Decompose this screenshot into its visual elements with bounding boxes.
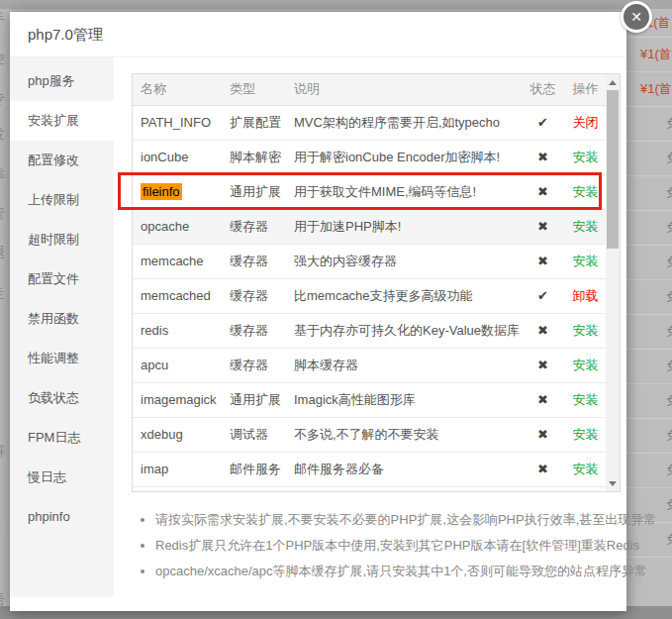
backdrop-row: ¥1(首 [626,38,672,72]
desc-cell: 不多说,不了解的不要安装 [286,417,521,452]
action-link[interactable]: 卸载 [573,288,599,303]
partial-glyph: 免 [626,358,672,375]
scroll-up-button[interactable] [606,75,620,89]
extension-name: imagemagick [141,392,217,407]
table-scrollbar[interactable] [606,74,620,491]
table-row: ionCube脚本解密用于解密ionCube Encoder加密脚本!✖安装 [133,140,606,174]
sidebar-item-11[interactable]: phpinfo [10,497,114,537]
backdrop-row: 免 [626,142,672,176]
type-cell: 缓存器 [222,209,286,244]
action-link[interactable]: 安装 [573,323,599,338]
backdrop-row: 免 [626,246,672,280]
column-header-0: 名称 [133,74,222,105]
desc-cell: 脚本缓存器 [286,348,521,382]
backdrop-row: 免 [626,454,672,488]
extension-name: memcached [141,288,211,303]
action-link[interactable]: 安装 [573,254,599,268]
table-row: PATH_INFO扩展配置MVC架构的程序需要开启,如typecho✔关闭 [133,105,606,140]
name-cell: PATH_INFO [133,105,222,140]
table-row: memcached缓存器比memcache支持更多高级功能✔卸载 [133,278,606,313]
sidebar-item-8[interactable]: 负载状态 [10,378,114,418]
extension-name: redis [141,323,168,338]
sidebar-item-6[interactable]: 禁用函数 [10,299,114,339]
desc-cell: 比memcache支持更多高级功能 [286,278,521,313]
sidebar-item-1[interactable]: 安装扩展 [10,101,114,141]
action-link[interactable]: 安装 [573,219,599,234]
name-cell: opcache [133,209,222,244]
cross-icon: ✖ [537,392,548,407]
name-cell: ionCube [133,140,222,174]
partial-glyph: 发 [0,126,9,144]
partial-glyph: 管 [0,205,9,223]
type-cell: 通用扩展 [222,382,286,417]
cross-icon: ✖ [537,254,548,268]
extension-name: memcache [141,254,204,268]
backdrop-row: 免 [626,280,672,315]
note-item: Redis扩展只允许在1个PHP版本中使用,安装到其它PHP版本请在[软件管理]… [155,533,618,559]
status-cell: ✖ [521,382,565,417]
partial-glyph: 免 [626,115,672,133]
sidebar-item-5[interactable]: 配置文件 [10,259,114,299]
action-link[interactable]: 安装 [573,392,599,407]
table-row: fileinfo通用扩展用于获取文件MIME,编码等信息!✖安装 [133,174,606,209]
backdrop-row: ¥1(首 [626,72,672,107]
cross-icon: ✖ [537,358,548,372]
partial-glyph: 免 [626,219,672,237]
sidebar-item-4[interactable]: 超时限制 [10,220,114,259]
scrollbar-thumb[interactable] [607,90,619,249]
extension-name: PATH_INFO [141,115,211,130]
partial-glyph: 语 [0,591,9,606]
column-header-1: 类型 [222,74,286,105]
name-cell: memcache [133,244,222,278]
action-cell: 安装 [565,174,606,209]
type-cell: 缓存器 [222,313,286,348]
status-cell: ✖ [521,244,565,278]
sidebar-item-0[interactable]: php服务 [10,61,114,101]
cross-icon: ✖ [537,150,548,164]
backdrop-row: 免 [626,315,672,350]
note-item: opcache/xcache/apc等脚本缓存扩展,请只安装其中1个,否则可能导… [155,559,618,584]
name-cell: fileinfo [133,174,222,209]
action-link[interactable]: 安装 [573,462,599,476]
action-link[interactable]: 安装 [573,150,599,164]
column-header-2: 说明 [286,74,521,105]
action-cell: 安装 [565,452,606,486]
action-link[interactable]: 安装 [573,184,599,199]
sidebar-item-7[interactable]: 性能调整 [10,339,114,378]
name-cell: redis [133,313,222,348]
name-cell: apcu [133,348,222,382]
sidebar-item-3[interactable]: 上传限制 [10,180,114,220]
check-icon: ✔ [537,288,548,303]
backdrop-row: 免 [626,350,672,384]
action-link[interactable]: 安装 [573,427,599,442]
action-cell: 安装 [565,417,606,452]
notes-list: 请按实际需求安装扩展,不要安装不必要的PHP扩展,这会影响PHP执行效率,甚至出… [137,507,618,584]
status-cell: ✖ [521,417,565,452]
name-cell: memcached [133,278,222,313]
partial-glyph: 靠 [0,165,9,183]
partial-glyph: 免 [626,427,672,445]
action-link[interactable]: 安装 [573,358,599,372]
cross-icon: ✖ [537,219,548,234]
partial-glyph: 免 [626,323,672,341]
desc-cell: 邮件服务器必备 [286,452,521,486]
close-button[interactable]: ✕ [621,1,652,33]
extension-name: ionCube [141,150,188,164]
extension-table: 名称类型说明状态操作 PATH_INFO扩展配置MVC架构的程序需要开启,如ty… [133,74,606,492]
sidebar-item-2[interactable]: 配置修改 [10,141,114,180]
table-body: PATH_INFO扩展配置MVC架构的程序需要开启,如typecho✔关闭ion… [133,105,606,492]
partial-glyph: 免 [626,392,672,410]
name-cell [133,486,222,492]
sidebar-item-10[interactable]: 慢日志 [10,458,114,497]
action-link[interactable]: 关闭 [573,115,599,130]
scroll-down-button[interactable] [606,476,620,490]
desc-cell: 基于内存亦可持久化的Key-Value数据库 [286,313,521,348]
partial-glyph: 解 [0,443,9,461]
arrow-up-icon [609,80,617,85]
status-cell: ✔ [521,278,565,313]
name-cell: xdebug [133,417,222,452]
desc-cell: 用于获取文件MIME,编码等信息! [286,174,521,209]
table-row-partial [133,486,606,492]
sidebar-item-9[interactable]: FPM日志 [10,418,114,458]
status-cell: ✖ [521,209,565,244]
